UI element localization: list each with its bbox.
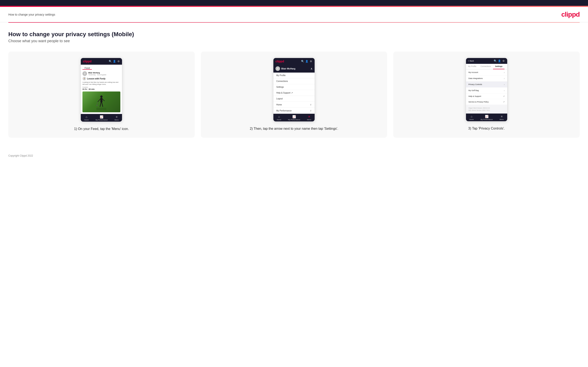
- settings-icon[interactable]: ⚙: [117, 60, 120, 63]
- settings-item-helpsupport[interactable]: Help & Support ↗: [466, 93, 507, 99]
- tab-myprofile[interactable]: My Profile: [466, 64, 478, 69]
- menu-item-logout[interactable]: Logout: [273, 96, 315, 102]
- nav-menu-3[interactable]: ≡ Menu: [500, 115, 504, 120]
- user-icon-2[interactable]: 👤: [305, 60, 308, 63]
- back-chevron-icon: <: [468, 60, 469, 62]
- svg-point-1: [100, 95, 103, 98]
- step-1-caption: 1) On your Feed, tap the 'Menu' icon.: [74, 126, 129, 131]
- settings-item-mygolfbag[interactable]: My Golf Bag ›: [466, 88, 507, 93]
- search-icon-2[interactable]: 🔍: [301, 60, 304, 63]
- feed-tab-wrapper: Feed: [81, 65, 122, 70]
- settings-item-dataintegrations[interactable]: Data Integrations ›: [466, 75, 507, 81]
- menu-chevron-up[interactable]: ∧: [311, 67, 312, 70]
- menu-item-connections[interactable]: Connections: [273, 78, 315, 84]
- menu-user-info: B Blair McHarg: [276, 66, 295, 71]
- nav-home-2[interactable]: ⌂ Home: [277, 115, 281, 121]
- post-author-row: B Blair McHarg Yesterday · Sunningdale: [82, 71, 120, 76]
- post-desc: Looking to feel like my hands are exitin…: [82, 81, 120, 86]
- menu-icon-3: ≡: [501, 115, 502, 118]
- svg-rect-8: [96, 105, 98, 106]
- steps-grid: clippd 🔍 👤 ⚙ Feed B Blair: [8, 51, 580, 138]
- menu-section-performance[interactable]: My Performance ∨: [273, 108, 315, 114]
- performance-icon-3: 📈: [485, 115, 488, 118]
- main-content: How to change your privacy settings (Mob…: [0, 23, 588, 150]
- settings-item-mygolfbag-label: My Golf Bag: [468, 89, 479, 92]
- svg-line-5: [100, 102, 101, 107]
- performance-label-3: My Performance: [481, 118, 493, 120]
- menu-item-settings[interactable]: Settings: [273, 84, 315, 90]
- menu-icon: ≡: [116, 115, 117, 118]
- home-icon-2: ⌂: [278, 115, 280, 118]
- back-button[interactable]: < Back: [468, 60, 474, 62]
- svg-line-3: [98, 99, 101, 102]
- phone-mockup-2: clippd 🔍 👤 ⚙ B Blair McHarg ∧: [273, 58, 315, 122]
- duration-val: 01 hr : 30 min: [82, 88, 120, 90]
- post-image: [82, 92, 120, 112]
- search-icon[interactable]: 🔍: [109, 60, 112, 63]
- performance-icon: 📈: [100, 115, 103, 118]
- phone-mockup-1: clippd 🔍 👤 ⚙ Feed B Blair: [81, 58, 122, 122]
- svg-rect-2: [101, 98, 103, 102]
- settings-item-privacycontrols[interactable]: Privacy Controls ›: [466, 82, 507, 87]
- menu-user-name: Blair McHarg: [281, 67, 295, 70]
- menu-label-3: Menu: [500, 118, 504, 120]
- settings-item-myaccount[interactable]: My Account ›: [466, 69, 507, 75]
- phone-bottom-nav-2: ⌂ Home 📈 My Performance ✕ Menu: [273, 114, 315, 121]
- settings-tabs: My Profile Connections Settings: [466, 64, 507, 69]
- menu-section-home-chevron: ∨: [310, 103, 312, 106]
- svg-line-4: [103, 99, 104, 101]
- menu-user-row: B Blair McHarg ∧: [273, 65, 315, 73]
- top-bar: [0, 0, 588, 6]
- dataintegrations-chevron-icon: ›: [504, 77, 505, 80]
- settings-list: My Account › Data Integrations › Privacy…: [466, 69, 507, 114]
- performance-label-2: My Performance: [288, 119, 300, 121]
- phone-header-1: clippd 🔍 👤 ⚙: [81, 58, 122, 65]
- version-client: Clippd Client Version: 2022.8.3-3: [468, 107, 505, 109]
- tab-connections[interactable]: Connections: [478, 64, 493, 69]
- home-icon-3: ⌂: [471, 115, 472, 118]
- menu-item-help[interactable]: Help & Support ↗: [273, 90, 315, 96]
- phone-header-2: clippd 🔍 👤 ⚙: [273, 58, 315, 65]
- step-3-caption: 3) Tap 'Privacy Controls'.: [468, 126, 505, 131]
- menu-label: Menu: [114, 119, 119, 121]
- performance-label: My Performance: [95, 119, 108, 121]
- nav-performance-2[interactable]: 📈 My Performance: [288, 115, 300, 121]
- user-icon[interactable]: 👤: [113, 60, 116, 63]
- menu-item-myprofile[interactable]: My Profile: [273, 73, 315, 78]
- nav-performance-1[interactable]: 📈 My Performance: [95, 115, 108, 121]
- golfer-silhouette: [95, 93, 108, 110]
- nav-menu-1[interactable]: ≡ Menu: [114, 115, 119, 121]
- post-avatar: B: [82, 71, 87, 76]
- phone-bottom-nav-3: ⌂ Home 📈 My Performance ≡ Menu: [466, 114, 507, 121]
- menu-section-performance-chevron: ∨: [310, 109, 312, 112]
- serviceprivacy-external-icon: ↗: [503, 101, 505, 103]
- home-label-3: Home: [469, 118, 474, 120]
- settings-item-serviceprivacy[interactable]: Service & Privacy Policy ↗: [466, 99, 507, 105]
- nav-performance-3[interactable]: 📈 My Performance: [481, 115, 493, 120]
- mygolfbag-chevron-icon: ›: [504, 89, 505, 92]
- back-label: Back: [470, 60, 474, 62]
- settings-item-dataintegrations-label: Data Integrations: [468, 77, 483, 79]
- close-icon: ✕: [308, 115, 311, 118]
- tab-settings[interactable]: Settings: [493, 64, 505, 69]
- phone-mockup-3: < Back 🔍 👤 ⚙ My Profile Connections Sett…: [466, 58, 507, 121]
- menu-dropdown: B Blair McHarg ∧ My Profile Connections …: [273, 65, 315, 114]
- feed-tab[interactable]: Feed: [82, 66, 92, 70]
- phone-icons-2: 🔍 👤 ⚙: [301, 60, 312, 63]
- golf-icon: 🏌: [82, 77, 86, 81]
- step-2-card: clippd 🔍 👤 ⚙ B Blair McHarg ∧: [201, 51, 387, 138]
- nav-menu-close[interactable]: ✕ Menu: [307, 115, 311, 121]
- nav-home-1[interactable]: ⌂ Home: [84, 115, 89, 121]
- nav-home-3[interactable]: ⌂ Home: [469, 115, 474, 120]
- post-title-row: 🏌 Lesson with Fordy: [82, 77, 120, 81]
- user-icon-3[interactable]: 👤: [498, 59, 501, 62]
- phone-icons-1: 🔍 👤 ⚙: [109, 60, 120, 63]
- step-1-card: clippd 🔍 👤 ⚙ Feed B Blair: [8, 51, 195, 138]
- menu-section-home[interactable]: Home ∨: [273, 102, 315, 108]
- search-icon-3[interactable]: 🔍: [494, 59, 497, 62]
- phone-logo-1: clippd: [83, 60, 91, 63]
- menu-section-home-label: Home: [276, 104, 282, 106]
- settings-icon-2[interactable]: ⚙: [310, 60, 312, 63]
- home-label-2: Home: [277, 119, 281, 121]
- settings-icon-3[interactable]: ⚙: [502, 59, 505, 62]
